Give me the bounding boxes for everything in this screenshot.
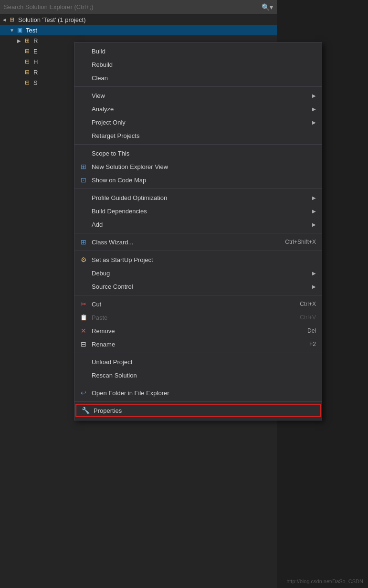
solution-icon: ⊞ xyxy=(8,16,16,23)
builddeps-label: Build Dependencies xyxy=(92,208,308,215)
openfolder-label: Open Folder in File Explorer xyxy=(92,389,316,397)
projectonly-label: Project Only xyxy=(92,119,308,126)
debug-arrow: ▶ xyxy=(312,271,316,276)
tree-item-label-2: E xyxy=(33,48,38,55)
menu-item-classwizard[interactable]: ⊞ Class Wizard... Ctrl+Shift+X xyxy=(74,235,322,249)
menu-item-view[interactable]: View ▶ xyxy=(74,89,322,102)
menu-item-rename[interactable]: ⊟ Rename F2 xyxy=(74,337,322,351)
menu-item-debug[interactable]: Debug ▶ xyxy=(74,266,322,280)
menu-item-add[interactable]: Add ▶ xyxy=(74,218,322,231)
file-icon-5: ⊟ xyxy=(23,79,32,86)
analyze-label: Analyze xyxy=(92,105,308,113)
cut-shortcut: Ctrl+X xyxy=(300,301,316,307)
sourcecontrol-label: Source Control xyxy=(92,283,308,290)
menu-item-rebuild[interactable]: Rebuild xyxy=(74,58,322,71)
menu-item-unload[interactable]: Unload Project xyxy=(74,355,322,368)
menu-item-sourcecontrol[interactable]: Source Control ▶ xyxy=(74,280,322,293)
paste-shortcut: Ctrl+V xyxy=(300,314,316,321)
file-icon-2: ⊟ xyxy=(23,47,32,55)
sep7 xyxy=(74,353,322,353)
sep3 xyxy=(74,189,322,189)
solution-root[interactable]: ◄ ⊞ Solution 'Test' (1 project) xyxy=(0,14,277,25)
menu-item-paste[interactable]: 📋 Paste Ctrl+V xyxy=(74,311,322,324)
search-icon[interactable]: 🔍▾ xyxy=(262,3,273,11)
menu-item-newsolutionview[interactable]: ⊞ New Solution Explorer View xyxy=(74,160,322,173)
project-label: Test xyxy=(26,27,37,34)
add-icon xyxy=(78,219,89,230)
retarget-label: Retarget Projects xyxy=(92,132,316,139)
cut-label: Cut xyxy=(92,301,281,308)
view-arrow: ▶ xyxy=(312,93,316,98)
file-icon-1: ⊞ xyxy=(23,37,32,44)
scopetothis-label: Scope to This xyxy=(92,150,316,157)
file-icon-3: ⊟ xyxy=(23,58,32,65)
sourcecontrol-icon xyxy=(78,281,89,292)
menu-item-rescan[interactable]: Rescan Solution xyxy=(74,368,322,382)
newsolutionview-icon: ⊞ xyxy=(78,161,89,172)
menu-item-showcodemap[interactable]: ⊡ Show on Code Map xyxy=(74,173,322,187)
menu-item-properties[interactable]: 🔧 Properties xyxy=(75,404,321,417)
menu-item-retarget[interactable]: Retarget Projects xyxy=(74,129,322,142)
project-root[interactable]: ▼ ▣ Test xyxy=(0,25,277,35)
build-icon xyxy=(78,46,89,56)
builddeps-arrow: ▶ xyxy=(312,209,316,214)
tree-item-label-1: R xyxy=(33,37,38,44)
remove-icon: ✕ xyxy=(78,326,89,336)
newsolutionview-label: New Solution Explorer View xyxy=(92,163,316,170)
menu-item-builddeps[interactable]: Build Dependencies ▶ xyxy=(74,204,322,218)
sep1 xyxy=(74,86,322,87)
project-icon: ▣ xyxy=(15,26,24,34)
rename-icon: ⊟ xyxy=(78,339,89,349)
sep8 xyxy=(74,384,322,384)
properties-label: Properties xyxy=(94,407,314,414)
projectonly-arrow: ▶ xyxy=(312,120,316,125)
menu-item-remove[interactable]: ✕ Remove Del xyxy=(74,324,322,337)
builddeps-icon xyxy=(78,206,89,216)
add-arrow: ▶ xyxy=(312,222,316,227)
retarget-icon xyxy=(78,130,89,141)
collapse-arrow: ◄ xyxy=(2,17,8,22)
rescan-icon xyxy=(78,370,89,380)
sep4 xyxy=(74,233,322,233)
remove-label: Remove xyxy=(92,327,288,335)
classwizard-icon: ⊞ xyxy=(78,237,89,247)
tree-item-label-3: H xyxy=(33,58,38,65)
menu-item-projectonly[interactable]: Project Only ▶ xyxy=(74,116,322,129)
projectonly-icon xyxy=(78,117,89,127)
paste-label: Paste xyxy=(92,314,281,321)
classwizard-shortcut: Ctrl+Shift+X xyxy=(285,239,316,245)
classwizard-label: Class Wizard... xyxy=(92,239,266,246)
context-menu: Build Rebuild Clean View ▶ Analyze ▶ Pro… xyxy=(74,42,322,420)
menu-item-openfolder[interactable]: ↩ Open Folder in File Explorer xyxy=(74,386,322,399)
scopetothis-icon xyxy=(78,148,89,158)
rename-shortcut: F2 xyxy=(309,341,316,347)
menu-item-scopetothis[interactable]: Scope to This xyxy=(74,147,322,160)
menu-item-build[interactable]: Build xyxy=(74,44,322,58)
search-input[interactable] xyxy=(4,3,262,10)
tree-item-label-4: R xyxy=(33,69,38,76)
sep2 xyxy=(74,144,322,145)
rebuild-icon xyxy=(78,59,89,70)
menu-item-profileguided[interactable]: Profile Guided Optimization ▶ xyxy=(74,191,322,204)
solution-label: Solution 'Test' (1 project) xyxy=(18,16,86,23)
profileguided-icon xyxy=(78,192,89,203)
remove-shortcut: Del xyxy=(307,327,316,334)
view-label: View xyxy=(92,92,308,99)
openfolder-icon: ↩ xyxy=(78,388,89,398)
file-icon-4: ⊟ xyxy=(23,68,32,76)
watermark: http://blog.csdn.net/DaSo_CSDN xyxy=(286,578,363,584)
menu-item-clean[interactable]: Clean xyxy=(74,71,322,84)
sep6 xyxy=(74,295,322,295)
menu-item-cut[interactable]: ✂ Cut Ctrl+X xyxy=(74,297,322,311)
setstartup-label: Set as StartUp Project xyxy=(92,256,316,263)
view-icon xyxy=(78,90,89,101)
rename-label: Rename xyxy=(92,341,290,348)
cut-icon: ✂ xyxy=(78,299,89,309)
properties-wrench-icon: 🔧 xyxy=(80,405,91,416)
rebuild-label: Rebuild xyxy=(92,61,316,68)
menu-item-setstartup[interactable]: ⚙ Set as StartUp Project xyxy=(74,253,322,266)
search-bar[interactable]: 🔍▾ xyxy=(0,0,277,14)
expand-arrow: ▼ xyxy=(10,28,15,33)
build-label: Build xyxy=(92,48,316,55)
menu-item-analyze[interactable]: Analyze ▶ xyxy=(74,102,322,116)
